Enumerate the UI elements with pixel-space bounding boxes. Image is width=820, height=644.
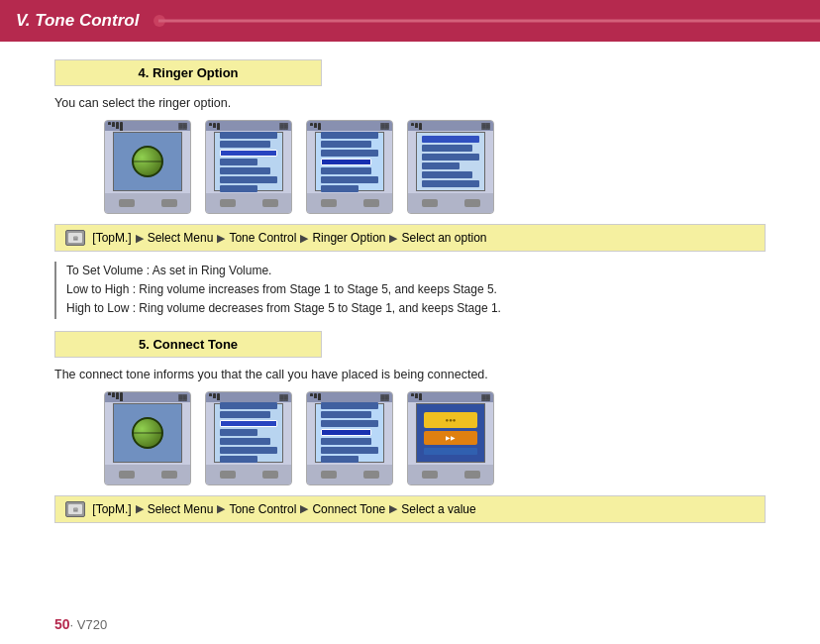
phone-image-2: ▓▓ [205,120,292,214]
page-number: 50 [54,616,70,632]
phone-image-6: ▓▓ [205,391,292,485]
phone-image-1: ▓▓ [104,120,191,214]
arrow5: ▶ [136,502,144,515]
nav2-step1: [TopM.] [89,502,132,516]
nav2-step3: Tone Control [229,502,296,516]
phone-image-8: ▓▓ ●●● ▶▶ [407,391,494,485]
arrow8: ▶ [389,502,397,515]
main-content: 4. Ringer Option You can select the ring… [0,42,820,551]
footer-separator: · [70,617,77,632]
arrow4: ▶ [389,232,397,245]
nav2-step5: Select a value [401,502,475,516]
topm-icon-2: ▤ [65,501,85,517]
nav-breadcrumb-2: ▤ [TopM.] ▶ Select Menu ▶ Tone Control ▶… [54,495,766,523]
nav1-step2: Select Menu [148,231,214,245]
nav1-step4: Ringer Option [312,231,385,245]
arrow6: ▶ [217,502,225,515]
section2-heading: 5. Connect Tone [54,331,322,358]
phones-row-1: ▓▓ ▓▓ [104,120,766,214]
note-line-3: High to Low : Ring volume decreases from… [66,299,766,318]
page-header: V. Tone Control [0,0,820,42]
arrow1: ▶ [136,232,144,245]
footer: 50· V720 [54,616,107,632]
arrow3: ▶ [300,232,308,245]
header-line [158,20,820,23]
section1-desc: You can select the ringer option. [54,96,766,110]
phone-image-5: ▓▓ [104,391,191,485]
nav2-step2: Select Menu [148,502,214,516]
topm-icon: ▤ [65,230,85,246]
nav-breadcrumb-1: ▤ [TopM.] ▶ Select Menu ▶ Tone Control ▶… [54,224,766,252]
nav1-step1: [TopM.] [89,231,132,245]
footer-model: V720 [77,617,107,632]
phone-image-4: ▓▓ [407,120,494,214]
arrow7: ▶ [300,502,308,515]
nav2-step4: Connect Tone [312,502,385,516]
phone-image-7: ▓▓ [306,391,393,485]
nav1-step3: Tone Control [229,231,296,245]
phone-image-3: ▓▓ [306,120,393,214]
phones-row-2: ▓▓ ▓▓ [104,391,766,485]
note-line-2: Low to High : Ring volume increases from… [66,280,766,299]
nav1-step5: Select an option [401,231,486,245]
notes-box: To Set Volume : As set in Ring Volume. L… [54,262,766,319]
arrow2: ▶ [217,232,225,245]
section2-desc: The connect tone informs you that the ca… [54,368,766,381]
note-line-1: To Set Volume : As set in Ring Volume. [66,262,766,280]
section1-heading: 4. Ringer Option [54,59,322,86]
header-title: V. Tone Control [16,11,139,31]
